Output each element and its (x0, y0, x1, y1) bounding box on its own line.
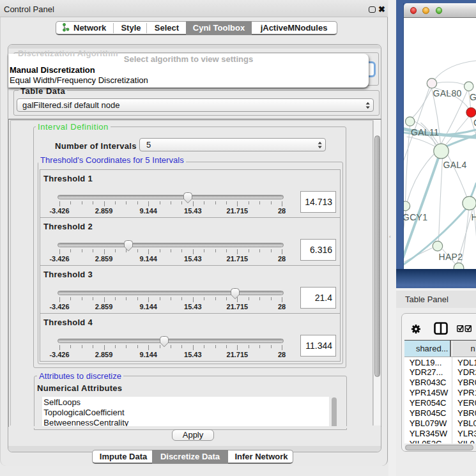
svg-text:HAP2: HAP2 (438, 252, 463, 262)
svg-text:GA: GA (470, 92, 476, 102)
svg-text:GCY1: GCY1 (404, 212, 427, 222)
svg-text:H: H (471, 212, 476, 222)
svg-text:GAL80: GAL80 (433, 88, 461, 98)
svg-text:C: C (473, 118, 476, 128)
svg-text:GAL11: GAL11 (411, 127, 439, 137)
svg-text:GAL4: GAL4 (443, 160, 466, 170)
